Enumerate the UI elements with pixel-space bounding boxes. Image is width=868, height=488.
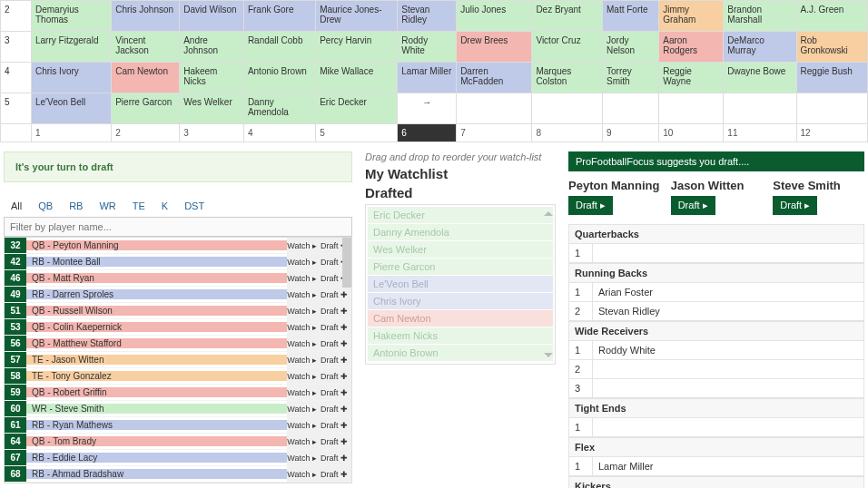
player-row[interactable]: 42RB - Montee BallWatch ▸Draft ✚ [5,254,351,270]
needs-slot-number: 2 [569,360,593,378]
board-column-number[interactable]: 12 [796,124,867,142]
chevron-down-icon[interactable] [544,353,553,362]
drafted-item[interactable]: Wes Welker [368,241,553,258]
watch-button[interactable]: Watch ▸ [287,421,317,430]
tab-rb[interactable]: RB [69,200,83,211]
draft-button[interactable]: Draft ✚ [321,290,348,299]
needs-row: 1Roddy White [568,341,864,360]
player-row[interactable]: 64QB - Tom BradyWatch ▸Draft ✚ [5,434,351,450]
board-cell: Julio Jones [457,1,532,32]
draft-button[interactable]: Draft ✚ [321,356,348,365]
draft-button[interactable]: Draft ✚ [321,372,348,381]
draft-button[interactable]: Draft ✚ [321,323,348,332]
draft-button[interactable]: Draft ✚ [321,339,348,348]
draft-button[interactable]: Draft ✚ [321,307,348,316]
player-row[interactable]: 61RB - Ryan MathewsWatch ▸Draft ✚ [5,417,351,434]
watch-button[interactable]: Watch ▸ [287,437,317,446]
drafted-item[interactable]: Eric Decker [368,207,553,223]
player-row[interactable]: 59QB - Robert GriffinWatch ▸Draft ✚ [5,385,351,401]
board-column-number[interactable]: 5 [316,124,398,142]
chevron-up-icon[interactable] [544,207,553,216]
board-column-number[interactable]: 9 [603,124,659,142]
player-actions: Watch ▸Draft ✚ [287,303,351,318]
watch-button[interactable]: Watch ▸ [287,274,317,283]
draft-button[interactable]: Draft ✚ [321,437,348,446]
board-cell: Aaron Rodgers [659,32,724,63]
needs-slot-number: 1 [569,244,593,262]
board-column-number[interactable]: 11 [724,124,796,142]
watch-button[interactable]: Watch ▸ [287,470,317,479]
watch-button[interactable]: Watch ▸ [287,372,317,381]
board-column-number[interactable]: 2 [112,124,180,142]
drafted-item[interactable]: Danny Amendola [368,224,553,240]
player-rank: 32 [5,238,26,253]
player-rank: 61 [5,417,26,433]
player-actions: Watch ▸Draft ✚ [287,319,351,335]
player-row[interactable]: 53QB - Colin KaepernickWatch ▸Draft ✚ [5,319,351,336]
watch-button[interactable]: Watch ▸ [287,290,317,299]
draft-button[interactable]: Draft ✚ [321,388,348,397]
watch-button[interactable]: Watch ▸ [287,323,317,332]
tab-qb[interactable]: QB [38,200,53,211]
player-row[interactable]: 67RB - Eddie LacyWatch ▸Draft ✚ [5,450,351,466]
board-column-number[interactable]: 6 [398,124,457,142]
watch-button[interactable]: Watch ▸ [287,405,317,414]
board-cell: Hakeem Nicks [180,63,244,93]
board-column-number[interactable]: 3 [180,124,244,142]
draft-button[interactable]: Draft ✚ [321,405,348,414]
player-row[interactable]: 68RB - Ahmad BradshawWatch ▸Draft ✚ [5,466,351,483]
tab-dst[interactable]: DST [184,200,204,211]
watch-button[interactable]: Watch ▸ [287,339,317,348]
board-column-number[interactable]: 10 [659,124,724,142]
watch-button[interactable]: Watch ▸ [287,258,317,267]
filter-input[interactable] [4,217,352,237]
drafted-item[interactable]: Hakeem Nicks [368,327,553,344]
drafted-item[interactable]: Cam Newton [368,310,553,327]
board-cell: Jordy Nelson [603,32,659,63]
drafted-item[interactable]: Chris Ivory [368,293,553,309]
needs-slot-value: Stevan Ridley [593,302,863,320]
board-cell: A.J. Green [796,1,867,32]
player-row[interactable]: 32QB - Peyton ManningWatch ▸Draft ✚ [5,238,351,254]
watchlist-instructions: Drag and drop to reorder your watch-list [365,151,556,162]
drafted-item[interactable]: Le'Veon Bell [368,276,553,292]
tab-wr[interactable]: WR [99,200,115,211]
watch-button[interactable]: Watch ▸ [287,454,317,463]
draft-button[interactable]: Draft ✚ [321,454,348,463]
board-cell: Larry Fitzgerald [32,32,112,63]
player-actions: Watch ▸Draft ✚ [287,466,351,482]
watch-button[interactable]: Watch ▸ [287,241,317,250]
player-rank: 64 [5,434,26,449]
player-row[interactable]: 57TE - Jason WittenWatch ▸Draft ✚ [5,352,351,368]
player-list: 32QB - Peyton ManningWatch ▸Draft ✚42RB … [4,237,352,483]
player-row[interactable]: 51QB - Russell WilsonWatch ▸Draft ✚ [5,303,351,319]
player-rank: 53 [5,319,26,335]
board-column-number[interactable]: 1 [32,124,112,142]
needs-slot-value: Lamar Miller [593,457,863,475]
watch-button[interactable]: Watch ▸ [287,356,317,365]
player-row[interactable]: 49RB - Darren SprolesWatch ▸Draft ✚ [5,287,351,303]
draft-button[interactable]: Draft ✚ [321,421,348,430]
watch-button[interactable]: Watch ▸ [287,307,317,316]
board-column-number[interactable]: 4 [243,124,315,142]
scrollbar-thumb[interactable] [342,238,351,288]
player-row[interactable]: 46QB - Matt RyanWatch ▸Draft ✚ [5,270,351,287]
player-rank: 57 [5,352,26,367]
player-row[interactable]: 58TE - Tony GonzalezWatch ▸Draft ✚ [5,368,351,385]
board-column-number[interactable]: 8 [532,124,603,142]
drafted-item[interactable]: Antonio Brown [368,345,553,361]
watch-button[interactable]: Watch ▸ [287,388,317,397]
suggest-draft-button[interactable]: Draft ▸ [568,196,613,215]
draft-button[interactable]: Draft ✚ [321,470,348,479]
suggest-draft-button[interactable]: Draft ▸ [773,196,817,215]
board-cell: Eric Decker [316,93,398,124]
player-row[interactable]: 56QB - Matthew StaffordWatch ▸Draft ✚ [5,336,351,352]
suggest-draft-button[interactable]: Draft ▸ [671,196,715,215]
drafted-item[interactable]: Pierre Garcon [368,259,553,275]
tab-k[interactable]: K [162,200,168,211]
tab-all[interactable]: All [11,200,22,211]
player-row[interactable]: 60WR - Steve SmithWatch ▸Draft ✚ [5,401,351,417]
tab-te[interactable]: TE [133,200,145,211]
board-column-number[interactable]: 7 [457,124,532,142]
board-cell: Dwayne Bowe [724,63,796,93]
